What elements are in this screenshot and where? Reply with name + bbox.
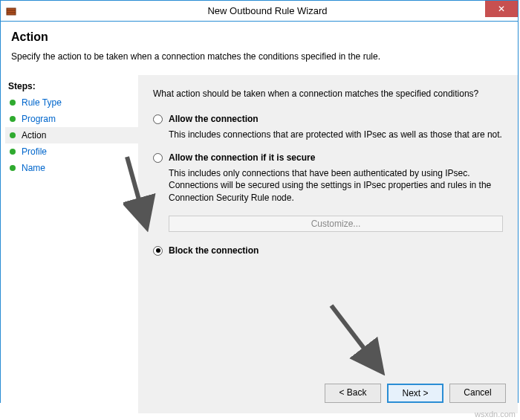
- page-header: Action Specify the action to be taken wh…: [1, 22, 518, 75]
- step-bullet-icon: [10, 116, 16, 122]
- step-bullet-icon: [10, 132, 16, 138]
- svg-line-6: [331, 306, 380, 369]
- cancel-button[interactable]: Cancel: [449, 384, 506, 403]
- steps-sidebar: Steps: Rule Type Program Action Profile …: [1, 75, 138, 413]
- close-icon: ✕: [498, 4, 505, 14]
- radio-block-connection[interactable]: Block the connection: [153, 245, 503, 256]
- sidebar-item-label: Profile: [22, 146, 47, 157]
- sidebar-item-label: Name: [22, 163, 45, 173]
- question-text: What action should be taken when a conne…: [153, 88, 503, 99]
- titlebar: New Outbound Rule Wizard ✕: [1, 1, 518, 22]
- option-label: Allow the connection: [169, 114, 259, 124]
- steps-title: Steps:: [5, 80, 138, 94]
- step-bullet-icon: [10, 149, 16, 155]
- sidebar-item-name[interactable]: Name: [5, 160, 138, 176]
- back-button[interactable]: < Back: [325, 384, 381, 403]
- watermark: wsxdn.com: [475, 410, 516, 419]
- radio-icon: [153, 153, 163, 163]
- sidebar-item-rule-type[interactable]: Rule Type: [5, 94, 138, 111]
- customize-button: Customize...: [169, 216, 503, 232]
- radio-allow-if-secure[interactable]: Allow the connection if it is secure: [153, 152, 503, 163]
- svg-rect-0: [7, 8, 16, 15]
- sidebar-item-profile[interactable]: Profile: [5, 143, 138, 160]
- sidebar-item-label: Program: [22, 114, 56, 124]
- sidebar-item-label: Action: [22, 130, 46, 140]
- window-title: New Outbound Rule Wizard: [17, 5, 518, 16]
- step-bullet-icon: [10, 100, 16, 106]
- radio-allow-connection[interactable]: Allow the connection: [153, 114, 503, 124]
- option-label: Allow the connection if it is secure: [169, 152, 315, 163]
- wizard-window: New Outbound Rule Wizard ✕ Action Specif…: [0, 0, 519, 403]
- close-button[interactable]: ✕: [485, 1, 518, 17]
- footer-buttons: < Back Next > Cancel: [325, 384, 506, 403]
- main-panel: What action should be taken when a conne…: [138, 75, 518, 413]
- radio-icon: [153, 246, 163, 256]
- wizard-body: Steps: Rule Type Program Action Profile …: [1, 75, 518, 413]
- sidebar-item-program[interactable]: Program: [5, 111, 138, 127]
- radio-icon: [153, 114, 163, 124]
- page-title: Action: [11, 30, 507, 44]
- option-label: Block the connection: [169, 245, 259, 256]
- page-subtitle: Specify the action to be taken when a co…: [11, 51, 507, 62]
- option-desc: This includes only connections that have…: [169, 167, 503, 204]
- sidebar-item-action[interactable]: Action: [5, 127, 138, 143]
- option-desc: This includes connections that are prote…: [169, 129, 503, 140]
- step-bullet-icon: [10, 165, 16, 171]
- annotation-arrow-icon: [324, 298, 391, 380]
- next-button[interactable]: Next >: [387, 384, 443, 403]
- sidebar-item-label: Rule Type: [22, 97, 62, 108]
- firewall-icon: [5, 5, 17, 17]
